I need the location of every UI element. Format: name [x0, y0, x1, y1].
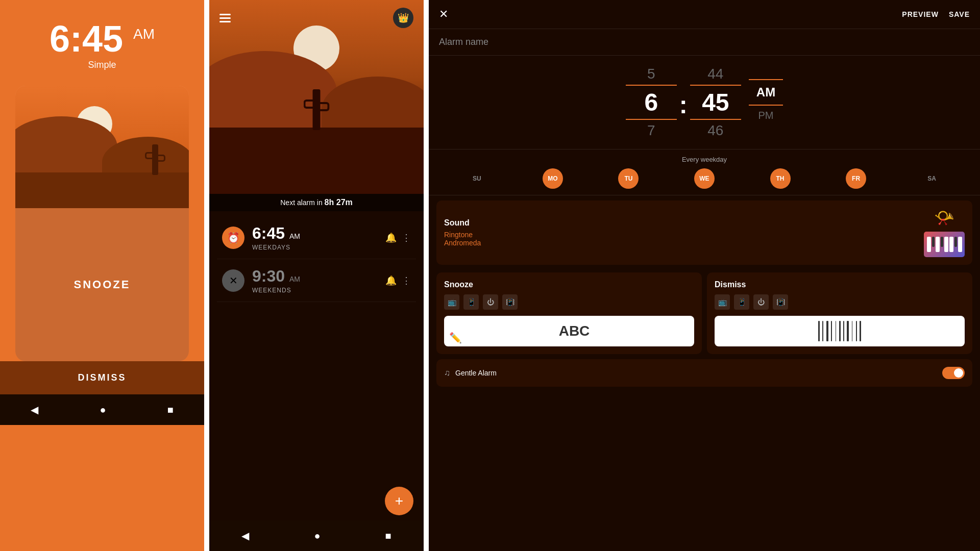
day-tu[interactable]: TU [618, 168, 639, 189]
bell-icon-1[interactable]: 🔔 [385, 232, 397, 243]
snooze-dismiss-row: Snooze 📺 📱 ⏻ 📳 ✏️ ABC Dismiss 📺 📱 ⏻ 📳 [436, 272, 972, 354]
day-mo[interactable]: MO [543, 168, 563, 189]
day-we[interactable]: WE [694, 168, 715, 189]
ampm-picker[interactable]: AM PM [749, 79, 783, 126]
snooze-power-icon: ⏻ [483, 294, 498, 310]
gentle-alarm-section[interactable]: ♫ Gentle Alarm [436, 359, 972, 387]
dismiss-card[interactable]: Dismiss 📺 📱 ⏻ 📳 [707, 272, 972, 354]
back-nav-icon[interactable]: ◀ [31, 404, 38, 416]
desert-scene-small [15, 86, 189, 208]
alarm-item-1[interactable]: ⏰ 6:45 AM WEEKDAYS 🔔 ⋮ [217, 216, 416, 259]
ampm-selected: AM [749, 79, 783, 106]
close-button[interactable]: ✕ [439, 8, 448, 21]
dismiss-phone-icon: 📱 [734, 294, 749, 310]
alarm-name-field[interactable]: Alarm name [429, 29, 980, 56]
home-nav-icon-2[interactable]: ● [314, 530, 320, 542]
day-we-label: WE [699, 175, 709, 182]
alarm-list-topbar: 👑 [209, 8, 424, 28]
snooze-preview: ✏️ ABC [444, 316, 694, 346]
snooze-shake-icon: 📳 [502, 294, 518, 310]
day-fr-label: FR [852, 175, 860, 182]
snooze-title: Snooze [444, 280, 694, 289]
main-cactus [313, 89, 321, 130]
home-nav-icon[interactable]: ● [100, 404, 106, 416]
alarm-days-2: WEEKENDS [252, 287, 385, 294]
alarm-time: 6:45 AM [50, 20, 155, 57]
sound-info: Sound Ringtone Andromeda [444, 218, 924, 247]
day-fr[interactable]: FR [846, 168, 866, 189]
snooze-button[interactable]: SNOOZE [74, 278, 131, 291]
sound-section[interactable]: Sound Ringtone Andromeda 📯 [436, 201, 972, 265]
alarm-ampm-2: AM [289, 275, 300, 283]
dismiss-screen-icon: 📺 [715, 294, 730, 310]
more-icon-2[interactable]: ⋮ [402, 275, 411, 286]
alarm-header: 6:45 AM Simple [50, 0, 155, 76]
alarm-info-2: 9:30 AM WEEKENDS [252, 267, 385, 294]
cactus-decoration [152, 144, 158, 175]
snooze-card[interactable]: Snooze 📺 📱 ⏻ 📳 ✏️ ABC [436, 272, 702, 354]
minute-picker[interactable]: 44 45 46 [690, 63, 741, 141]
day-su[interactable]: SU [467, 168, 487, 189]
hour-top: 5 [647, 63, 655, 85]
dismiss-power-icon: ⏻ [753, 294, 769, 310]
dismiss-shake-icon: 📳 [773, 294, 788, 310]
alarm-item-2[interactable]: ✕ 9:30 AM WEEKENDS 🔔 ⋮ [217, 259, 416, 302]
music-note-icon: ♫ [444, 368, 450, 378]
divider-1 [204, 0, 209, 551]
day-su-label: SU [473, 175, 481, 182]
alarm-time-value-1: 6:45 [252, 224, 285, 242]
ampm-pm: PM [758, 106, 773, 126]
hour-picker[interactable]: 5 6 7 [626, 63, 677, 141]
keyboard-keys [927, 237, 962, 252]
day-sa[interactable]: SA [922, 168, 942, 189]
nav-bar-1: ◀ ● ■ [0, 394, 204, 425]
back-nav-icon-2[interactable]: ◀ [241, 530, 249, 542]
minute-bottom: 46 [707, 120, 723, 141]
snooze-area[interactable]: SNOOZE [15, 208, 189, 361]
gentle-alarm-label: Gentle Alarm [455, 369, 497, 377]
time-colon: : [677, 91, 690, 119]
crown-badge[interactable]: 👑 [393, 8, 413, 28]
alarm-edit-screen: ✕ PREVIEW SAVE Alarm name 5 6 7 : 44 45 … [429, 0, 980, 551]
trumpet-icon: 📯 [934, 208, 954, 228]
next-alarm-label: Next alarm in [280, 198, 322, 207]
recents-nav-icon-2[interactable]: ■ [385, 530, 391, 542]
day-tu-label: TU [624, 175, 632, 182]
repeat-section: Every weekday SU MO TU WE TH FR SA [429, 149, 980, 195]
alarm-toggle-2[interactable]: ✕ [222, 269, 244, 292]
snooze-icons: 📺 📱 ⏻ 📳 [444, 294, 694, 310]
desert-ground [15, 172, 189, 208]
hour-bottom: 7 [647, 120, 655, 141]
sound-ringtone-label: Ringtone [444, 231, 924, 239]
recents-nav-icon[interactable]: ■ [167, 404, 174, 416]
ampm-value: AM [133, 26, 155, 42]
next-alarm-time: 8h 27m [325, 198, 353, 207]
gentle-info: ♫ Gentle Alarm [444, 368, 497, 378]
bell-icon-2[interactable]: 🔔 [385, 275, 397, 286]
alarm-icon-2: ✕ [229, 274, 238, 287]
divider-2 [424, 0, 429, 551]
add-alarm-fab[interactable]: + [385, 487, 413, 515]
gentle-alarm-toggle[interactable] [942, 367, 965, 379]
dismiss-button[interactable]: DISMISS [0, 361, 204, 394]
preview-button[interactable]: PREVIEW [902, 10, 939, 18]
minute-top: 44 [707, 63, 723, 85]
alarm-actions-2: 🔔 ⋮ [385, 275, 411, 286]
sound-title: Sound [444, 218, 924, 228]
save-button[interactable]: SAVE [949, 10, 970, 18]
dismiss-icons: 📺 📱 ⏻ 📳 [715, 294, 965, 310]
menu-icon[interactable] [219, 14, 231, 22]
alarm-list-screen: 👑 Next alarm in 8h 27m ⏰ 6:45 AM WEEKDAY… [209, 0, 424, 551]
pencil-icon: ✏️ [449, 332, 462, 344]
ringtone-visual [924, 232, 965, 257]
day-th[interactable]: TH [770, 168, 791, 189]
edit-actions: PREVIEW SAVE [902, 10, 970, 18]
alarm-firing-screen: 6:45 AM Simple SNOOZE DISMISS ◀ ● ■ [0, 0, 204, 551]
hour-value: 6 [626, 85, 677, 120]
alarm-toggle-1[interactable]: ⏰ [222, 227, 244, 249]
alarm-name-label: Simple [50, 60, 155, 70]
more-icon-1[interactable]: ⋮ [402, 232, 411, 243]
time-value: 6:45 [50, 18, 123, 59]
main-ground [209, 128, 424, 194]
repeat-label: Every weekday [439, 156, 970, 163]
